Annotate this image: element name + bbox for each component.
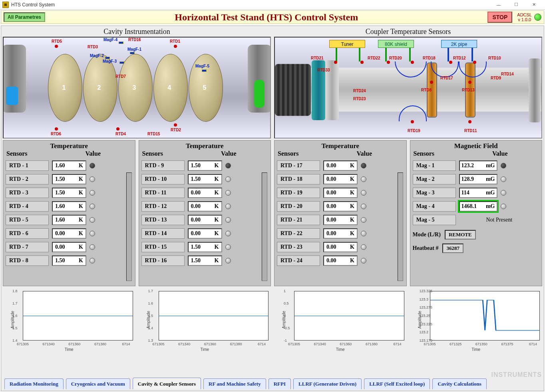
sensor-row[interactable]: RTD - 60.00K (6, 228, 133, 240)
tab-cavity-calculations[interactable]: Cavity Calculations (432, 378, 486, 389)
sensor-led-icon (225, 258, 231, 263)
sensor-value: 0.00K (188, 201, 222, 212)
sensor-row[interactable]: Mag - 41468.1mG (413, 200, 540, 212)
sensor-led-icon (361, 231, 366, 236)
stop-button[interactable]: STOP (487, 12, 512, 23)
tab-rfpi[interactable]: RFPI (269, 378, 291, 389)
sensor-name: RTD - 6 (6, 228, 49, 239)
sensor-value: 1.50K (188, 174, 222, 184)
tab-llrf-generator-driven-[interactable]: LLRF (Generator Driven) (293, 378, 362, 389)
sensor-led-icon (501, 204, 506, 209)
sensor-value: 0.00K (323, 174, 358, 184)
sensor-name: RTD - 14 (141, 228, 185, 239)
maximize-button[interactable]: ☐ (507, 1, 525, 9)
sensor-panel-1: TemperatureSensorsValueRTD - 91.50KRTD -… (139, 140, 271, 286)
sensor-name: RTD - 9 (141, 160, 185, 171)
sensor-row[interactable]: RTD - 161.50K (141, 255, 269, 267)
sensor-row[interactable]: RTD - 151.50K (141, 241, 269, 253)
tab-cryogenics-and-vacuum[interactable]: Cryogenics and Vacuum (66, 378, 130, 389)
sensor-row[interactable]: RTD - 91.50K (141, 160, 269, 172)
panel-scrollbar[interactable] (126, 172, 132, 281)
sensor-value: 0.00K (52, 242, 86, 252)
x-axis-label: Time (471, 347, 480, 352)
sensor-name: Mag - 5 (413, 215, 456, 225)
amplitude-chart-3[interactable]: AmplitudeTime123.175123.2123.225123.2512… (410, 288, 543, 352)
sensor-value: 0.00K (323, 188, 358, 198)
sensor-name: Mag - 2 (413, 174, 456, 184)
all-parameters-button[interactable]: All Parametres (4, 12, 45, 22)
sensor-led-icon (90, 163, 95, 168)
sensor-row[interactable]: RTD - 70.00K (6, 241, 133, 253)
sensor-row[interactable]: Mag - 3114mG (413, 187, 540, 199)
sensor-row[interactable]: RTD - 180.00K (277, 173, 404, 185)
tab-llrf-self-excited-loop-[interactable]: LLRF (Self Excited loop) (364, 378, 430, 389)
sensor-row[interactable]: RTD - 51.60K (6, 214, 133, 226)
sensor-row[interactable]: RTD - 220.00K (277, 228, 404, 240)
header-bar: All Parametres Horizontal Test Stand (HT… (1, 10, 544, 24)
sensor-row[interactable]: RTD - 240.00K (277, 255, 404, 267)
minimize-button[interactable]: — (490, 1, 507, 9)
sensor-led-icon (225, 163, 231, 168)
panel-title: Temperature (277, 142, 404, 150)
sensor-row[interactable]: RTD - 200.00K (277, 200, 404, 212)
sensor-led-icon (225, 204, 231, 209)
sensor-row[interactable]: RTD - 11.60K (6, 160, 133, 172)
sensor-row[interactable]: Mag - 1123.2mG (413, 160, 540, 172)
sensor-row[interactable]: RTD - 41.60K (6, 200, 133, 212)
sensor-row[interactable]: Mag - 5Not Present (413, 214, 540, 226)
sensor-name: RTD - 13 (141, 215, 185, 225)
sensor-led-icon (501, 163, 506, 168)
sensor-row[interactable]: RTD - 230.00K (277, 241, 404, 253)
sensor-value: 1.50K (52, 188, 86, 198)
sensor-led-icon (501, 190, 506, 196)
amplitude-chart-1[interactable]: AmplitudeTime1.31.41.51.61.7671305671340… (139, 288, 271, 352)
sensor-led-icon (361, 190, 366, 196)
sensor-name: RTD - 16 (141, 255, 185, 266)
sensor-row[interactable]: RTD - 190.00K (277, 187, 404, 199)
heartbeat-value: 36287 (442, 244, 463, 253)
sensor-row[interactable]: RTD - 21.50K (6, 173, 133, 185)
sensor-panel-2: TemperatureSensorsValueRTD - 170.00KRTD … (274, 140, 407, 286)
sensor-value: 1.50K (52, 255, 86, 266)
sensor-row[interactable]: RTD - 130.00K (141, 214, 269, 226)
tab-radiation-monitoring[interactable]: Radiation Monitoring (4, 378, 64, 389)
sensor-led-icon (90, 217, 95, 223)
amplitude-chart-0[interactable]: AmplitudeTime1.41.51.61.71.8671305671340… (3, 288, 135, 352)
sensor-row[interactable]: RTD - 120.00K (141, 200, 269, 212)
sensor-name: Mag - 4 (413, 201, 456, 212)
coupler-diagram-title: Coupler Temperature Sensors (274, 28, 542, 36)
sensor-led-icon (90, 258, 95, 263)
sensor-value: 0.00K (52, 228, 86, 239)
sensor-row[interactable]: RTD - 110.00K (141, 187, 269, 199)
sensor-row[interactable]: Mag - 2128.9mG (413, 173, 540, 185)
sensor-row[interactable]: RTD - 140.00K (141, 228, 269, 240)
sensor-row[interactable]: RTD - 170.00K (277, 160, 404, 172)
panel-scrollbar[interactable] (398, 172, 403, 281)
tab-rf-and-machine-safety[interactable]: RF and Machine Safety (203, 378, 266, 389)
app-icon: ▦ (2, 2, 9, 8)
sensor-led-icon (361, 217, 366, 223)
panel-scrollbar[interactable] (262, 172, 267, 281)
sensor-value: 128.9mG (459, 174, 497, 184)
sensor-row[interactable]: RTD - 81.50K (6, 255, 133, 267)
tab-cavity-coupler-sensors[interactable]: Cavity & Coupler Sensors (133, 378, 201, 389)
amplitude-chart-2[interactable]: AmplitudeTime-1-0.500.516713056713406713… (274, 288, 407, 352)
sensor-value: 123.2mG (459, 160, 497, 171)
sensor-row[interactable]: RTD - 101.50K (141, 173, 269, 185)
close-button[interactable]: ✕ (525, 1, 543, 9)
sensor-name: RTD - 20 (277, 201, 320, 212)
sensor-row[interactable]: RTD - 31.50K (6, 187, 133, 199)
sensor-name: RTD - 10 (141, 174, 185, 184)
sensor-led-icon (361, 258, 366, 263)
sensor-value: 1.60K (52, 160, 86, 171)
mode-label: Mode (L/R) (413, 232, 441, 238)
mode-value: REMOTE (445, 230, 476, 240)
sensor-row[interactable]: RTD - 210.00K (277, 214, 404, 226)
sensor-led-icon (501, 176, 506, 182)
sensor-value: 0.00K (323, 160, 358, 171)
sensor-led-icon (361, 244, 366, 250)
sensor-value: 1.60K (52, 215, 86, 225)
sensor-name: RTD - 5 (6, 215, 49, 225)
sensor-name: RTD - 1 (6, 160, 49, 171)
sensor-name: RTD - 22 (277, 228, 320, 239)
